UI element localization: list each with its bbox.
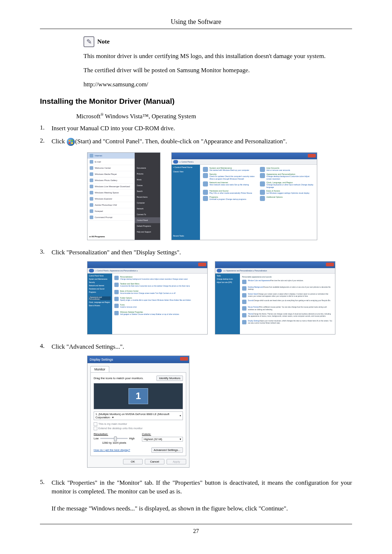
- start-menu-item[interactable]: Adobe Photoshop CS2: [95, 204, 117, 206]
- close-icon[interactable]: [326, 263, 334, 266]
- start-menu-item[interactable]: Command Prompt: [95, 216, 113, 218]
- colors-select[interactable]: Highest (32 bit)▾: [142, 437, 183, 442]
- resolution-value: 1280 by 1024 pixels: [94, 441, 135, 444]
- screenshot-appearance-personalization: « Control Panel ▸ Appearance and Persona…: [87, 261, 208, 335]
- monitor-icon[interactable]: 1: [128, 388, 148, 404]
- start-menu-item[interactable]: Welcome Center: [95, 167, 111, 169]
- item-icon: [114, 276, 119, 280]
- start-menu-item[interactable]: Windows Media Player: [95, 173, 117, 175]
- back-button[interactable]: [89, 269, 94, 272]
- note-line-3: http://www.samsung.com/: [83, 81, 352, 89]
- start-menu-item[interactable]: Windows Live Messenger Download: [95, 185, 130, 188]
- header-rule: [40, 29, 352, 29]
- cp-category[interactable]: Additional Options: [266, 196, 283, 198]
- page-header: Using the Software: [40, 18, 352, 26]
- dialog-title: Display Settings: [90, 358, 113, 361]
- start-side-item[interactable]: Network: [135, 206, 160, 212]
- colors-label: Colors:: [142, 432, 183, 436]
- cp-left-item[interactable]: Hardware and Sound: [89, 288, 111, 290]
- note-block: ✎ Note This monitor driver is under cert…: [83, 36, 352, 89]
- back-button[interactable]: [173, 160, 178, 164]
- start-menu-item[interactable]: E-mail: [95, 161, 101, 163]
- cp-left-item[interactable]: Network and Internet: [89, 285, 111, 287]
- start-side-item[interactable]: Documents: [135, 165, 160, 171]
- breadcrumb[interactable]: « Control Panel ▸ Appearance and Persona…: [95, 270, 138, 272]
- start-menu-item[interactable]: Windows Photo Gallery: [95, 179, 117, 181]
- ap-item[interactable]: Folder Options: [120, 297, 191, 299]
- start-side-item[interactable]: Search: [135, 188, 160, 194]
- ap-item[interactable]: Windows Sidebar Properties: [120, 311, 179, 313]
- ap-item[interactable]: Personalization: [120, 276, 188, 278]
- cp-left-item[interactable]: Ease of Access: [89, 305, 111, 307]
- step-text-5: Click "Properties" in the "Monitor" tab.…: [52, 479, 352, 513]
- cp-left-item[interactable]: Clock, Language and Region: [89, 301, 111, 303]
- breadcrumb[interactable]: ▸ Control Panel ▸: [180, 161, 194, 163]
- apply-button: Apply: [167, 459, 186, 464]
- close-icon[interactable]: [308, 154, 316, 157]
- category-icon: [203, 167, 208, 172]
- cp-left-item[interactable]: Programs: [89, 291, 111, 293]
- extend-desktop-checkbox: Extend the desktop onto this monitor: [94, 427, 183, 430]
- cp-left-item[interactable]: System and Maintenance: [89, 278, 111, 280]
- monitor-dropdown[interactable]: 1. (Multiple Monitors) on NVIDIA GeForce…: [94, 411, 183, 420]
- pers-item[interactable]: Screen Saver: [248, 293, 258, 295]
- pers-item[interactable]: Mouse Pointers: [248, 306, 259, 308]
- ok-button[interactable]: OK: [123, 459, 143, 464]
- footer-rule: [40, 524, 352, 524]
- ap-item[interactable]: Taskbar and Start Menu: [120, 283, 190, 285]
- start-menu-item[interactable]: Windows Meeting Space: [95, 192, 119, 194]
- start-menu-item[interactable]: Notepad: [95, 210, 103, 212]
- step-num-1: 1.: [40, 124, 52, 133]
- tab-monitor[interactable]: Monitor: [90, 366, 109, 372]
- monitor-preview[interactable]: 1: [94, 383, 183, 409]
- all-programs[interactable]: ▸ All Programs: [90, 235, 105, 238]
- cp-left-item[interactable]: Security: [89, 282, 111, 283]
- back-button[interactable]: [217, 269, 222, 272]
- start-menu-item[interactable]: Windows Explorer: [95, 198, 112, 200]
- start-side-item[interactable]: Connect To: [135, 212, 160, 217]
- tasks-item[interactable]: Change desktop icons: [217, 278, 238, 280]
- tasks-head: Tasks: [217, 275, 238, 277]
- start-side-item[interactable]: Recent Items: [135, 194, 160, 200]
- ap-item[interactable]: Ease of Access Center: [120, 290, 175, 292]
- start-side-item[interactable]: Control Panel: [135, 217, 160, 223]
- screenshot-control-panel: ▸ Control Panel ▸ • Control Panel Home C…: [171, 152, 317, 240]
- start-side-item[interactable]: Computer: [135, 200, 160, 206]
- help-link[interactable]: How do I get the best display?: [94, 448, 130, 452]
- advanced-settings-button[interactable]: Advanced Settings...: [151, 447, 183, 453]
- close-icon[interactable]: [180, 357, 188, 361]
- start-side-item[interactable]: Games: [135, 182, 160, 188]
- identify-monitors-button[interactable]: Identify Monitors: [156, 376, 183, 381]
- screenshot-start-menu: Internet E-mail Welcome Center Windows M…: [87, 152, 160, 240]
- start-side-item[interactable]: Default Programs: [135, 223, 160, 229]
- cp-left-item[interactable]: Classic View: [173, 171, 199, 173]
- step-text-3: Click "Personalization" and then "Displa…: [52, 248, 352, 257]
- pers-heading: Personalize appearance and sounds: [242, 276, 333, 278]
- pers-item[interactable]: Window Color and Appearance: [248, 280, 270, 282]
- step-num-4: 4.: [40, 342, 52, 351]
- section-title: Installing the Monitor Driver (Manual): [40, 97, 352, 106]
- item-icon: [242, 280, 246, 284]
- note-label: Note: [97, 38, 110, 45]
- cp-left-item[interactable]: • Appearance and Personalization: [89, 296, 111, 300]
- start-menu-item[interactable]: Internet: [95, 155, 102, 157]
- page-number: 27: [40, 528, 352, 534]
- ap-item[interactable]: Fonts: [120, 304, 137, 306]
- cp-left-head: Control Panel Home: [89, 275, 111, 277]
- cancel-button[interactable]: Cancel: [145, 459, 164, 464]
- screenshot-personalization: « ▸ Appearance and Personalization ▸ Per…: [215, 261, 335, 335]
- close-icon[interactable]: [198, 263, 206, 266]
- pers-item[interactable]: Theme: [248, 313, 253, 315]
- step-num-3: 3.: [40, 248, 52, 257]
- start-orb-icon: [67, 138, 75, 146]
- pers-item[interactable]: Sounds: [248, 300, 253, 301]
- pers-item[interactable]: Desktop Background: [248, 286, 263, 288]
- tasks-item[interactable]: Adjust font size (DPI): [217, 282, 238, 283]
- start-side-item[interactable]: Music: [135, 177, 160, 182]
- slider-low: Low: [94, 437, 99, 440]
- pers-item[interactable]: Display Settings: [248, 320, 260, 322]
- resolution-slider[interactable]: [100, 438, 128, 439]
- breadcrumb[interactable]: « ▸ Appearance and Personalization ▸ Per…: [223, 270, 267, 272]
- start-side-item[interactable]: Pictures: [135, 171, 160, 177]
- start-side-item[interactable]: Help and Support: [135, 229, 160, 235]
